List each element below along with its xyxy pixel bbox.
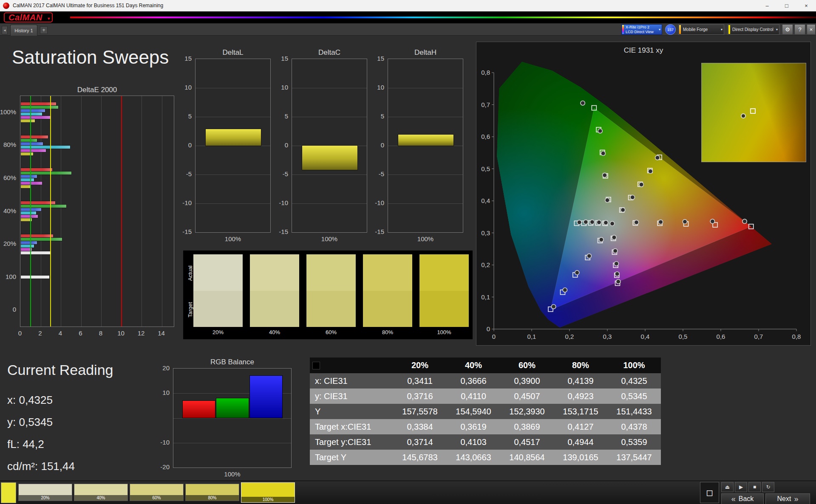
play-button[interactable]: ▶ xyxy=(735,482,747,492)
display-color-strip xyxy=(728,25,730,34)
back-button[interactable]: « Back xyxy=(721,493,764,504)
next-button[interactable]: Next » xyxy=(765,493,810,504)
gridline xyxy=(41,96,41,327)
saturation-swatch-40%[interactable]: 40% xyxy=(74,484,128,501)
table-row: Target x:CIE310,33840,36190,38690,41270,… xyxy=(310,419,661,434)
deltae-bar xyxy=(21,234,53,237)
delta-bar xyxy=(302,146,357,170)
axis-tick-label: 0 xyxy=(487,325,490,332)
calman-logo-menu[interactable]: CalMAN ▾ xyxy=(4,12,53,23)
source-selector-dropdown[interactable]: Mobile Forge ▾ xyxy=(678,24,724,35)
saturation-swatch-100%[interactable]: 100% xyxy=(241,482,295,503)
axis-tick-label: 20 xyxy=(155,364,170,372)
measured-point-magenta xyxy=(614,262,618,266)
settings-gear-icon[interactable]: ⚙ xyxy=(782,24,793,35)
measured-point-yellow xyxy=(639,183,643,187)
axis-tick-label: 10 xyxy=(276,84,288,91)
table-cell: 0,5359 xyxy=(607,434,661,450)
target-row-label: Target xyxy=(187,297,193,323)
measured-point-cyan xyxy=(604,220,608,225)
gridline xyxy=(196,117,270,117)
close-button[interactable]: × xyxy=(796,0,816,11)
actual-target-swatch-panel: Actual Target 20%40%60%80%100% xyxy=(183,251,473,339)
stop-button[interactable]: ■ xyxy=(748,482,761,492)
source-color-strip xyxy=(679,25,681,34)
workflow-close-icon[interactable]: × xyxy=(807,24,816,35)
axis-tick-label: 10 xyxy=(116,329,126,337)
table-cell: 0,4127 xyxy=(554,419,607,434)
saturation-swatch-60%[interactable]: 60% xyxy=(130,484,184,501)
help-icon[interactable]: ? xyxy=(794,24,805,35)
saturation-swatch-80%[interactable]: 80% xyxy=(185,484,239,501)
deltae-bar xyxy=(21,146,70,149)
axis-tick-label: 0 xyxy=(492,333,496,340)
measured-point-magenta xyxy=(612,235,616,239)
axis-tick-label: 100% xyxy=(0,108,16,115)
eject-button[interactable]: ⏏ xyxy=(721,482,734,492)
table-row-label: Target x:CIE31 xyxy=(310,419,393,434)
sweep-swatch xyxy=(306,254,356,327)
refresh-button[interactable]: ↻ xyxy=(762,482,774,492)
table-cell: 0,3384 xyxy=(393,419,447,434)
measure-window-button[interactable]: ◻ xyxy=(700,482,719,503)
deltae-bar xyxy=(21,119,35,122)
measured-point-cyan xyxy=(577,220,581,224)
deltae-bar xyxy=(21,245,34,248)
deltac-x-label: 100% xyxy=(292,235,367,242)
gridline xyxy=(196,146,270,146)
t ab-scroll-left-button[interactable]: ◂ xyxy=(2,26,8,34)
axis-tick-label: 15 xyxy=(180,55,192,62)
swatch-column: 80% xyxy=(363,254,412,335)
saturation-swatch-20%[interactable]: 20% xyxy=(18,484,72,501)
table-header-cell: 60% xyxy=(500,358,554,373)
gridline xyxy=(142,96,142,327)
deltae-bar xyxy=(21,276,49,279)
deltae-bar xyxy=(21,109,45,112)
maximize-button[interactable]: □ xyxy=(777,0,796,11)
swatch-label: 80% xyxy=(186,495,239,501)
deltae-bar xyxy=(21,238,62,241)
add-tab-button[interactable]: + xyxy=(40,26,48,34)
target-swatch xyxy=(419,291,469,327)
swatch-column: 40% xyxy=(250,254,299,335)
deltac-chart: DeltaC 151050-5-10-15 100% xyxy=(278,42,368,245)
minimize-button[interactable]: – xyxy=(757,0,777,11)
measured-point-green xyxy=(581,101,585,105)
measured-point-magenta xyxy=(615,272,619,276)
axis-tick-label: -20 xyxy=(155,463,170,470)
meter-selector-dropdown[interactable]: X-Rite i1Pro 2 LCD Direct View ▾ xyxy=(621,24,662,35)
reference-line xyxy=(30,96,31,327)
actual-swatch xyxy=(419,254,469,291)
measurement-table: 20%40%60%80%100%x: CIE310,34110,36660,39… xyxy=(310,358,661,465)
deltal-x-label: 100% xyxy=(195,235,271,242)
sweep-swatch xyxy=(363,254,412,327)
gridline xyxy=(388,117,463,117)
rgb-balance-chart xyxy=(173,368,292,468)
swatch-label: 40% xyxy=(74,495,128,501)
chevrons-right-icon: » xyxy=(794,495,798,504)
sweep-swatch xyxy=(419,254,469,327)
gridline xyxy=(196,203,270,204)
tab-history-1[interactable]: History 1 xyxy=(10,25,37,36)
display-control-dropdown[interactable]: Direct Display Control ▾ xyxy=(728,24,779,35)
chevron-down-icon: ▾ xyxy=(721,28,724,31)
current-reading: Current Reading x: 0,4325 y: 0,5345 fL: … xyxy=(7,362,113,482)
measured-point-red xyxy=(710,219,714,223)
reference-line xyxy=(121,96,122,327)
deltah-plot xyxy=(388,59,463,233)
axis-tick-label: 0,8 xyxy=(792,333,801,340)
meter-mode: LCD Direct View xyxy=(626,30,654,34)
deltah-chart-title: DeltaH xyxy=(388,48,463,57)
rgb-balance-title: RGB Balance xyxy=(173,358,292,366)
chevron-down-icon: ▾ xyxy=(776,28,779,31)
axis-tick-label: -10 xyxy=(180,199,192,206)
swatch-label: 80% xyxy=(363,329,412,335)
table-cell: 0,3716 xyxy=(393,389,447,404)
target-swatch xyxy=(306,291,356,327)
axis-tick-label: -5 xyxy=(372,170,384,177)
measured-point-green xyxy=(601,151,605,155)
swatch-label: 100% xyxy=(241,497,295,502)
table-header-cell: 40% xyxy=(447,358,500,373)
deltae-x-axis: 02468101214 xyxy=(20,329,174,337)
axis-tick-label: 6 xyxy=(76,329,86,337)
